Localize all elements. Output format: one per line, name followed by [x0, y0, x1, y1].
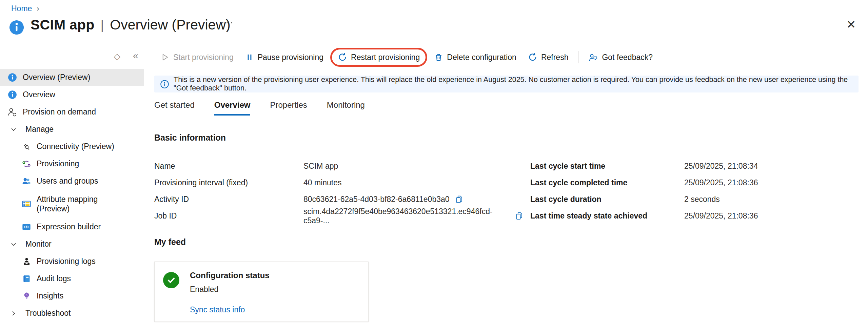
sidebar-section-troubleshoot[interactable]: Troubleshoot	[0, 305, 144, 322]
delete-configuration-button[interactable]: Delete configuration	[428, 53, 522, 62]
lightbulb-icon	[22, 291, 31, 301]
app-info-icon	[9, 20, 24, 35]
sidebar-item-label: Provisioning logs	[37, 257, 96, 266]
close-icon[interactable]: ✕	[846, 18, 856, 31]
sidebar-item-label: Audit logs	[37, 274, 71, 283]
info-row-duration: Last cycle duration 2 seconds	[530, 191, 866, 208]
info-row-job-id: Job ID scim.4da2272f9f5e40be963463620e51…	[154, 208, 524, 224]
sidebar-item-label: Overview	[23, 90, 55, 99]
person-log-icon	[22, 257, 31, 266]
table-icon	[22, 199, 31, 209]
status-badge: Enabled	[190, 285, 218, 294]
toolbar-bottom-border	[154, 68, 863, 68]
sidebar-item-label: Expression builder	[37, 222, 101, 231]
last-cycle-completed-value: 25/09/2025, 21:08:36	[684, 178, 758, 187]
refresh-label: Refresh	[541, 53, 569, 62]
interval-value: 40 minutes	[303, 178, 342, 187]
breadcrumb: Home ›	[11, 4, 39, 13]
tab-bar: Get started Overview Properties Monitori…	[154, 100, 365, 116]
code-icon	[22, 222, 31, 232]
activity-id-value: 80c63621-62a5-4d03-bf82-6a6811e0b3a0	[303, 195, 450, 204]
last-cycle-start-value: 25/09/2025, 21:08:34	[684, 162, 758, 171]
pause-provisioning-label: Pause provisioning	[258, 53, 323, 62]
play-icon	[160, 53, 170, 62]
refresh-icon	[528, 53, 537, 62]
tab-get-started[interactable]: Get started	[154, 100, 195, 116]
book-icon	[22, 274, 31, 284]
person-sync-icon	[7, 107, 17, 117]
banner-info-icon	[160, 80, 169, 89]
delete-configuration-label: Delete configuration	[447, 53, 516, 62]
restart-provisioning-label: Restart provisioning	[351, 53, 420, 62]
sidebar-item-label: Users and groups	[37, 177, 98, 186]
info-row-interval: Provisioning interval (fixed) 40 minutes	[154, 174, 524, 191]
copy-activity-id-icon[interactable]	[455, 195, 464, 204]
last-cycle-duration-value: 2 seconds	[684, 195, 720, 204]
panel-resize-icon[interactable]: ◇	[114, 51, 120, 61]
chevron-down-icon	[9, 125, 18, 134]
job-id-label: Job ID	[154, 211, 303, 221]
sidebar-section-label: Troubleshoot	[25, 309, 71, 318]
sidebar-section-manage[interactable]: Manage	[0, 121, 144, 138]
copy-job-id-icon[interactable]	[515, 211, 524, 221]
info-row-steady-state: Last time steady state achieved 25/09/20…	[530, 208, 866, 224]
sidebar-item-label: Insights	[37, 291, 63, 300]
last-cycle-completed-label: Last cycle completed time	[530, 178, 684, 187]
sidebar-item-provisioning[interactable]: Provisioning	[0, 155, 144, 172]
sidebar-item-overview-preview[interactable]: Overview (Preview)	[0, 69, 144, 86]
configuration-status-card: Configuration status Enabled Sync status…	[154, 262, 369, 322]
sidebar-item-users-and-groups[interactable]: Users and groups	[0, 172, 144, 190]
name-label: Name	[154, 162, 303, 171]
start-provisioning-label: Start provisioning	[173, 53, 234, 62]
scim-app-overview-page: Home › SCIM app | Overview (Preview) ···…	[0, 0, 868, 332]
name-value: SCIM app	[303, 162, 338, 171]
sync-cycle-icon	[22, 159, 31, 169]
command-bar: Start provisioning Pause provisioning Re…	[154, 47, 658, 68]
panel-collapse-icon[interactable]: «	[133, 50, 138, 61]
breadcrumb-chevron-icon: ›	[37, 4, 39, 13]
my-feed-heading: My feed	[154, 237, 186, 247]
tab-monitoring[interactable]: Monitoring	[327, 100, 365, 116]
trash-icon	[434, 53, 443, 62]
sidebar-item-label: Overview (Preview)	[23, 73, 90, 82]
sidebar-item-provisioning-logs[interactable]: Provisioning logs	[0, 253, 144, 270]
sidebar-item-label: Attribute mapping (Preview)	[37, 194, 110, 213]
sidebar-item-provision-on-demand[interactable]: Provision on demand	[0, 103, 144, 121]
sync-status-info-link[interactable]: Sync status info	[190, 305, 245, 314]
sidebar-item-attribute-mapping[interactable]: Attribute mapping (Preview)	[0, 190, 144, 218]
plug-icon	[22, 142, 31, 151]
restart-provisioning-button[interactable]: Restart provisioning	[330, 48, 427, 67]
got-feedback-button[interactable]: Got feedback?	[583, 53, 658, 62]
sidebar-item-audit-logs[interactable]: Audit logs	[0, 270, 144, 287]
sidebar-item-connectivity-preview[interactable]: Connectivity (Preview)	[0, 138, 144, 155]
chevron-down-icon	[9, 240, 18, 249]
sidebar-item-label: Connectivity (Preview)	[37, 142, 114, 151]
feedback-icon	[588, 53, 598, 62]
chevron-right-icon	[9, 309, 18, 318]
sidebar-item-expression-builder[interactable]: Expression builder	[0, 218, 144, 235]
people-icon	[22, 177, 31, 186]
tab-properties[interactable]: Properties	[270, 100, 307, 116]
refresh-button[interactable]: Refresh	[522, 53, 574, 62]
got-feedback-label: Got feedback?	[602, 53, 653, 62]
last-cycle-start-label: Last cycle start time	[530, 162, 684, 171]
info-icon	[7, 73, 17, 82]
info-row-last-completed: Last cycle completed time 25/09/2025, 21…	[530, 174, 866, 191]
pause-provisioning-button[interactable]: Pause provisioning	[239, 53, 329, 62]
last-cycle-duration-label: Last cycle duration	[530, 195, 684, 204]
activity-id-label: Activity ID	[154, 195, 303, 204]
tab-overview[interactable]: Overview	[214, 100, 251, 116]
more-options-button[interactable]: ···	[221, 16, 234, 28]
restart-icon	[338, 53, 347, 62]
status-check-icon	[163, 272, 179, 288]
page-subtitle: Overview (Preview)	[110, 17, 230, 33]
info-icon	[7, 90, 17, 100]
sidebar-item-insights[interactable]: Insights	[0, 287, 144, 305]
breadcrumb-home-link[interactable]: Home	[11, 4, 32, 13]
basic-information-heading: Basic information	[154, 133, 226, 143]
sidebar-section-monitor[interactable]: Monitor	[0, 235, 144, 253]
basic-info-left-column: Name SCIM app Provisioning interval (fix…	[154, 158, 524, 224]
pause-icon	[245, 53, 254, 62]
steady-state-value: 25/09/2025, 21:08:36	[684, 211, 758, 221]
sidebar-item-overview[interactable]: Overview	[0, 86, 144, 103]
